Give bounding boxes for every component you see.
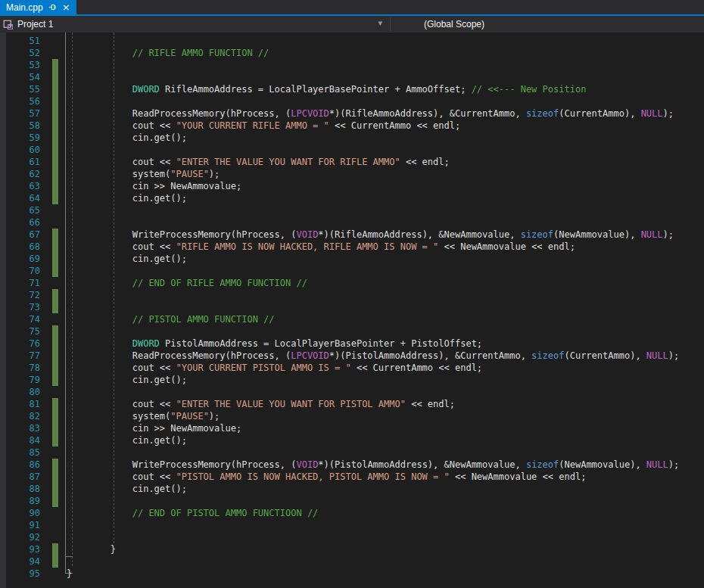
code-line[interactable]	[67, 301, 704, 313]
code-line[interactable]: cin.get();	[67, 374, 704, 386]
line-number[interactable]: 82	[6, 410, 40, 422]
code-line[interactable]: cout << "ENTER THE VALUE YOU WANT FOR PI…	[67, 398, 704, 410]
code-line[interactable]: cin.get();	[67, 132, 704, 144]
code-text-area[interactable]: // RIFLE AMMO FUNCTION // DWORD RifleAmm…	[67, 35, 704, 580]
line-number[interactable]: 90	[6, 507, 40, 519]
line-number[interactable]: 65	[6, 204, 40, 216]
code-line[interactable]	[67, 446, 704, 459]
line-number[interactable]: 51	[6, 35, 40, 47]
code-line[interactable]	[67, 216, 704, 229]
line-number[interactable]: 94	[6, 555, 40, 568]
code-line[interactable]: system("PAUSE");	[67, 410, 704, 422]
code-line[interactable]	[67, 519, 704, 531]
code-line[interactable]	[67, 144, 704, 156]
line-number[interactable]: 56	[6, 95, 40, 107]
line-number[interactable]: 64	[6, 192, 40, 204]
code-line[interactable]: cin.get();	[67, 253, 704, 265]
line-number[interactable]: 86	[6, 459, 40, 471]
line-number[interactable]: 83	[6, 422, 40, 434]
line-number[interactable]: 70	[6, 265, 40, 277]
code-line[interactable]	[67, 531, 704, 543]
line-number[interactable]: 81	[6, 398, 40, 410]
line-number[interactable]: 95	[6, 568, 40, 580]
line-number[interactable]: 93	[6, 543, 40, 555]
code-line[interactable]	[67, 95, 704, 107]
close-icon[interactable]: ×	[62, 2, 70, 12]
line-number[interactable]: 68	[6, 241, 40, 253]
code-line[interactable]	[67, 495, 704, 507]
line-number[interactable]: 59	[6, 132, 40, 144]
line-number[interactable]: 84	[6, 434, 40, 446]
line-number[interactable]: 60	[6, 144, 40, 156]
code-line[interactable]: cout << "ENTER THE VALUE YOU WANT FOR RI…	[67, 156, 704, 168]
line-number[interactable]: 58	[6, 120, 40, 132]
line-number[interactable]: 55	[6, 83, 40, 95]
line-number[interactable]: 66	[6, 216, 40, 229]
code-line[interactable]: ReadProcessMemory(hProcess, (LPCVOID*)(R…	[67, 107, 704, 120]
code-line[interactable]	[67, 289, 704, 301]
code-line[interactable]: cin >> NewAmmovalue;	[67, 422, 704, 434]
code-line[interactable]: WriteProcessMemory(hProcess, (VOID*)(Rif…	[67, 229, 704, 241]
code-line[interactable]: // PISTOL AMMO FUNCTION //	[67, 313, 704, 325]
code-line[interactable]: // END OF PISTOL AMMO FUNCTIOON //	[67, 507, 704, 519]
code-line[interactable]	[67, 71, 704, 83]
line-number[interactable]: 80	[6, 386, 40, 398]
line-number[interactable]: 85	[6, 446, 40, 459]
code-line[interactable]: system("PAUSE");	[67, 168, 704, 180]
line-number[interactable]: 91	[6, 519, 40, 531]
line-number[interactable]: 62	[6, 168, 40, 180]
line-number[interactable]: 89	[6, 495, 40, 507]
code-line[interactable]	[67, 204, 704, 216]
code-line[interactable]	[67, 386, 704, 398]
line-number[interactable]: 69	[6, 253, 40, 265]
line-number[interactable]: 67	[6, 229, 40, 241]
code-line[interactable]: cin >> NewAmmovalue;	[67, 180, 704, 192]
line-number[interactable]: 92	[6, 531, 40, 543]
code-line[interactable]	[67, 555, 704, 568]
code-line[interactable]: cout << "RIFLE AMMO IS NOW HACKED, RIFLE…	[67, 241, 704, 253]
code-line[interactable]	[67, 59, 704, 71]
project-dropdown[interactable]: Project 1 ▾	[0, 16, 390, 33]
code-line[interactable]: ReadProcessMemory(hProcess, (LPCVOID*)(P…	[67, 350, 704, 362]
line-number[interactable]: 73	[6, 301, 40, 313]
token-type: DWORD	[132, 84, 160, 95]
code-line[interactable]: cout << "YOUR CURRENT RIFLE AMMO = " << …	[67, 120, 704, 132]
token-comment: // <<--- New Position	[472, 84, 587, 95]
line-number[interactable]: 74	[6, 313, 40, 325]
code-line[interactable]: // END OF RIFLE AMMO FUNCTION //	[67, 277, 704, 289]
line-number[interactable]: 71	[6, 277, 40, 289]
scope-dropdown[interactable]: (Global Scope)	[391, 16, 704, 33]
line-number[interactable]: 87	[6, 471, 40, 483]
tab-main-cpp[interactable]: Main.cpp ×	[0, 0, 76, 14]
line-number[interactable]: 76	[6, 338, 40, 350]
code-line[interactable]: DWORD RifleAmmoAddress = LocalPlayerBase…	[67, 83, 704, 95]
line-number[interactable]: 75	[6, 325, 40, 338]
code-line[interactable]: // RIFLE AMMO FUNCTION //	[67, 47, 704, 59]
code-line[interactable]: cout << "PISTOL AMMO IS NOW HACKED, PIST…	[67, 471, 704, 483]
code-line[interactable]	[67, 265, 704, 277]
line-number[interactable]: 54	[6, 71, 40, 83]
line-number[interactable]: 52	[6, 47, 40, 59]
line-number[interactable]: 61	[6, 156, 40, 168]
line-number[interactable]: 77	[6, 350, 40, 362]
code-line[interactable]: cout << "YOUR CURRENT PISTOL AMMO IS = "…	[67, 362, 704, 374]
line-number[interactable]: 57	[6, 107, 40, 120]
line-number[interactable]: 88	[6, 483, 40, 495]
line-number[interactable]: 53	[6, 59, 40, 71]
code-line[interactable]: }	[67, 543, 704, 555]
code-line[interactable]	[67, 35, 704, 47]
line-number[interactable]: 72	[6, 289, 40, 301]
line-number[interactable]: 63	[6, 180, 40, 192]
line-number-gutter[interactable]: 5152535455565758596061626364656667686970…	[6, 35, 40, 580]
code-line[interactable]: DWORD PistolAmmoAddress = LocalPlayerBas…	[67, 338, 704, 350]
code-line[interactable]: cin.get();	[67, 483, 704, 495]
line-number[interactable]: 78	[6, 362, 40, 374]
code-line[interactable]	[67, 325, 704, 338]
code-editor[interactable]: 5152535455565758596061626364656667686970…	[0, 33, 704, 588]
code-line[interactable]: cin.get();	[67, 192, 704, 204]
pin-icon[interactable]	[48, 3, 57, 11]
code-line[interactable]: WriteProcessMemory(hProcess, (VOID*)(Pis…	[67, 459, 704, 471]
code-line[interactable]: cin.get();	[67, 434, 704, 446]
code-line[interactable]: }	[67, 568, 704, 580]
line-number[interactable]: 79	[6, 374, 40, 386]
